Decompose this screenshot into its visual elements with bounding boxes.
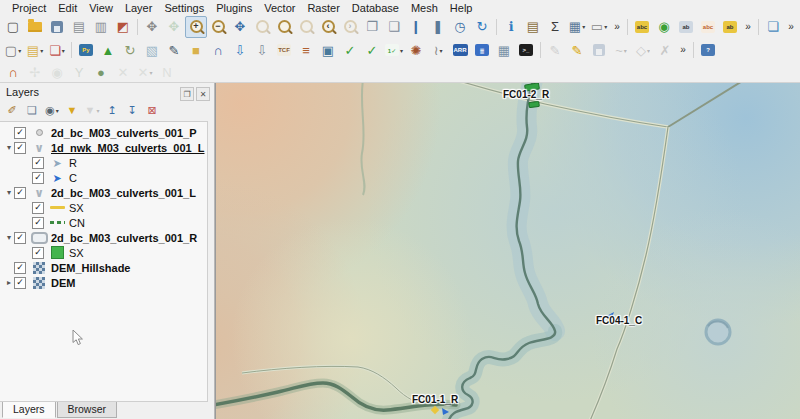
toggle-editing-icon[interactable]: ✎ (566, 39, 588, 61)
layer-visibility-checkbox[interactable]: ✓ (14, 262, 26, 274)
manage-map-themes-icon[interactable]: ◉▾ (42, 101, 62, 119)
layer-tree-row[interactable]: ▾✓∨2d_bc_M03_culverts_001_L (0, 185, 207, 200)
menu-help[interactable]: Help (444, 1, 479, 15)
menu-vector[interactable]: Vector (258, 1, 301, 15)
layer-name[interactable]: C (69, 172, 77, 184)
layer-visibility-checkbox[interactable]: ✓ (32, 247, 44, 259)
menu-database[interactable]: Database (346, 1, 405, 15)
tuflow-style-pen-icon[interactable]: ✎ (163, 39, 185, 61)
tuflow-reload-icon[interactable]: ↻ (119, 39, 141, 61)
map-canvas[interactable]: FC01-2_RFC04-1_CFC01-1_R (215, 83, 800, 419)
check-1d-icon[interactable]: 1✓▾ (383, 39, 405, 61)
zoom-last-icon[interactable]: ‹ (317, 16, 339, 38)
label-overflow-icon[interactable]: » (741, 16, 755, 38)
layer-tree-row[interactable]: ▸✓DEM (0, 275, 207, 290)
tuflow-image-icon[interactable]: ▣ (317, 39, 339, 61)
collapse-all-icon[interactable]: ↧ (122, 101, 142, 119)
layer-name[interactable]: DEM (51, 277, 75, 289)
new-3d-map-view-icon[interactable]: ❑ (383, 16, 405, 38)
zoom-full-icon[interactable]: ✥ (229, 16, 251, 38)
tuflow-load-results-icon[interactable]: ⇩ (251, 39, 273, 61)
select-features-icon[interactable]: ▢▾ (2, 39, 24, 61)
layer-name[interactable]: 2d_bc_M03_culverts_001_P (51, 127, 197, 139)
measure-icon[interactable]: ▭▾ (588, 16, 610, 38)
layer-labeling-options-icon[interactable]: abc (631, 16, 653, 38)
layer-visibility-checkbox[interactable]: ✓ (32, 217, 44, 229)
highlight-labels-icon[interactable]: abc (697, 16, 719, 38)
style-manager-icon[interactable]: ◩ (112, 16, 134, 38)
deselect-features-icon[interactable]: ❏▾ (46, 39, 68, 61)
menu-project[interactable]: Project (6, 1, 52, 15)
menu-settings[interactable]: Settings (158, 1, 210, 15)
layer-name[interactable]: CN (69, 217, 85, 229)
remove-layer-icon[interactable]: ⊠ (142, 101, 162, 119)
expand-arrow-icon[interactable]: ▾ (4, 233, 14, 242)
tab-layers[interactable]: Layers (2, 402, 56, 418)
check-inputs-icon[interactable]: ✓ (361, 39, 383, 61)
results-doc-icon[interactable]: ≣ (471, 39, 493, 61)
expand-arrow-icon[interactable]: ▾ (4, 143, 14, 152)
check-messages-icon[interactable]: ✓ (339, 39, 361, 61)
zoom-to-layer-icon[interactable] (273, 16, 295, 38)
layout-manager-icon[interactable]: ▥ (90, 16, 112, 38)
layer-visibility-checkbox[interactable]: ✓ (14, 232, 26, 244)
move-label-icon[interactable]: ab (719, 16, 741, 38)
layer-tree-child-row[interactable]: ✓➤C (0, 170, 207, 185)
menu-plugins[interactable]: Plugins (210, 1, 258, 15)
python-scripts-icon[interactable]: Py (75, 39, 97, 61)
refresh-icon[interactable]: ↻ (471, 16, 493, 38)
menu-mesh[interactable]: Mesh (405, 1, 444, 15)
tcf-icon[interactable]: TCF (273, 39, 295, 61)
select-by-form-icon[interactable]: ▤▾ (24, 39, 46, 61)
pan-map-icon[interactable]: ✥ (141, 16, 163, 38)
layer-visibility-checkbox[interactable]: ✓ (14, 127, 26, 139)
layer-tree-child-row[interactable]: ✓➤R (0, 155, 207, 170)
data-source-manager-icon[interactable]: ❏ (762, 16, 784, 38)
new-print-layout-icon[interactable]: ▤ (68, 16, 90, 38)
arr-tool-icon[interactable]: ARR (449, 39, 471, 61)
tab-browser[interactable]: Browser (57, 402, 118, 418)
layer-visibility-checkbox[interactable]: ✓ (32, 157, 44, 169)
field-calculator-icon[interactable]: ▤ (522, 16, 544, 38)
layer-name[interactable]: SX (69, 247, 84, 259)
tuflow-arch-icon[interactable]: ∩ (207, 39, 229, 61)
temporal-controller-icon[interactable]: ◷ (449, 16, 471, 38)
layer-tree-row[interactable]: ✓DEM_Hillshade (0, 260, 207, 275)
menu-layer[interactable]: Layer (119, 1, 159, 15)
grid-tool-icon[interactable]: ▦ (493, 39, 515, 61)
layer-visibility-checkbox[interactable]: ✓ (14, 142, 26, 154)
tuflow-viewer-icon[interactable]: ✺ (405, 39, 427, 61)
identify-features-icon[interactable]: ℹ (500, 16, 522, 38)
layer-tree-row[interactable]: ✓2d_bc_M03_culverts_001_P (0, 125, 207, 140)
expand-arrow-icon[interactable]: ▾ (4, 188, 14, 197)
menu-raster[interactable]: Raster (301, 1, 345, 15)
layer-name[interactable]: 2d_bc_M03_culverts_001_L (51, 187, 196, 199)
open-project-icon[interactable] (24, 16, 46, 38)
help-icon[interactable]: ? (697, 39, 719, 61)
statistical-summary-icon[interactable]: Σ (544, 16, 566, 38)
expand-all-icon[interactable]: ↥ (102, 101, 122, 119)
layers-overflow-icon[interactable]: » (784, 16, 798, 38)
new-project-icon[interactable]: ▢ (2, 16, 24, 38)
save-project-icon[interactable] (46, 16, 68, 38)
menu-view[interactable]: View (83, 1, 119, 15)
tuflow-terrain-icon[interactable]: ▲ (97, 39, 119, 61)
tuflow-cube-icon[interactable]: ■ (185, 39, 207, 61)
layer-visibility-checkbox[interactable]: ✓ (14, 187, 26, 199)
layer-name[interactable]: R (69, 157, 77, 169)
layer-diagram-options-icon[interactable]: ◉ (653, 16, 675, 38)
zoom-in-icon[interactable]: + (185, 16, 207, 38)
layer-tree-row[interactable]: ▾✓∨1d_nwk_M03_culverts_001_L (0, 140, 207, 155)
new-bookmark-icon[interactable]: ❙ (405, 16, 427, 38)
show-bookmarks-icon[interactable]: ❚ (427, 16, 449, 38)
attribute-table-icon[interactable]: ▦▾ (566, 16, 588, 38)
layer-name[interactable]: 1d_nwk_M03_culverts_001_L (51, 142, 204, 154)
tuflow-import-icon[interactable]: ⇩ (229, 39, 251, 61)
layer-visibility-checkbox[interactable]: ✓ (32, 172, 44, 184)
attachment-icon[interactable]: ≀▾ (427, 39, 449, 61)
layer-visibility-checkbox[interactable]: ✓ (32, 202, 44, 214)
layer-name[interactable]: SX (69, 202, 84, 214)
menu-edit[interactable]: Edit (52, 1, 83, 15)
digitize-overflow-icon[interactable]: » (676, 39, 690, 61)
add-group-icon[interactable]: ❏ (22, 101, 42, 119)
